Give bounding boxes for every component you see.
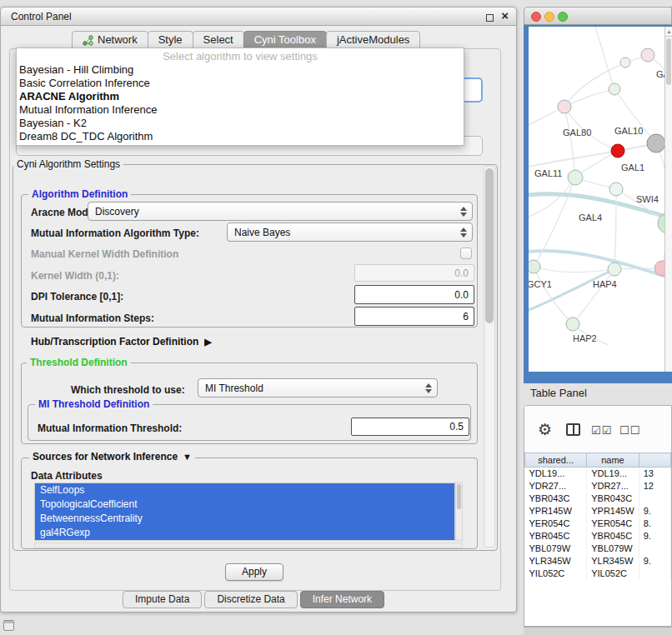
tab-label: jActiveModules (337, 32, 409, 48)
network-node-label: GAL1 (621, 162, 644, 172)
collapsed-panel-icon[interactable] (3, 620, 14, 631)
select-none-icon[interactable]: ☐☐ (619, 424, 640, 437)
menu-placeholder: Select algorithm to view settings (17, 50, 464, 63)
column-header[interactable]: shared... (525, 453, 587, 468)
hub-section-toggle[interactable]: Hub/Transcription Factor Definition ▶ (31, 336, 212, 348)
control-panel-window: Control Panel × Network Style Select Cyn… (0, 7, 517, 612)
settings-scrollbar[interactable] (484, 166, 495, 548)
mi-type-select[interactable]: Naive Bayes (227, 222, 473, 242)
algorithm-menu-item[interactable]: Basic Correlation Inference (17, 77, 464, 90)
scrollbar-thumb[interactable] (485, 168, 494, 323)
tab-discretize-data[interactable]: Discretize Data (204, 591, 297, 608)
kernel-width-field[interactable] (354, 264, 474, 282)
algorithm-menu-item[interactable]: Mutual Information Inference (17, 103, 464, 117)
network-node[interactable] (647, 134, 664, 152)
network-icon (83, 35, 93, 46)
network-node-label: HAP4 (593, 279, 617, 289)
network-node-label: GAL80 (563, 128, 591, 138)
table-header-row: shared... name (525, 453, 671, 468)
group-title: Cyni Algorithm Settings (13, 158, 123, 170)
table-body: YDL19...YDL19...13YDR27...YDR27...12YBR0… (525, 468, 671, 580)
network-graph[interactable]: GAL80GAL10GAL11GAL1SWI4GAL4GCY1HAP4HAP2G… (529, 27, 664, 372)
group-title: Threshold Definition (27, 357, 131, 368)
tab-jactivemodules[interactable]: jActiveModules (326, 31, 420, 49)
table-row[interactable]: YBR045CYBR045C9. (525, 530, 671, 542)
tab-label: Cyni Toolbox (254, 32, 316, 48)
dpi-tolerance-label: DPI Tolerance [0,1]: (31, 291, 123, 302)
network-node[interactable] (611, 144, 624, 158)
combo-value: MI Threshold (205, 382, 263, 394)
control-panel-titlebar[interactable]: Control Panel × (1, 8, 516, 26)
minimize-traffic-light-icon[interactable] (544, 12, 554, 22)
network-node[interactable] (529, 260, 540, 273)
gear-icon[interactable]: ⚙ (538, 420, 552, 439)
network-node-label: SWI4 (636, 194, 659, 204)
network-scrollbar[interactable]: ▲ (664, 27, 672, 372)
kernel-width-label: Kernel Width (0,1): (31, 270, 119, 282)
tab-network[interactable]: Network (72, 31, 148, 49)
attribute-list-scrollbar[interactable] (455, 482, 463, 541)
algorithm-menu-item[interactable]: Dream8 DC_TDC Algorithm (17, 130, 464, 143)
data-attribute-item[interactable]: gal4RGexp (35, 526, 454, 540)
table-row[interactable]: YIL052CYIL052C (525, 568, 671, 580)
table-row[interactable]: YLR345WYLR345W9. (525, 555, 671, 568)
algorithm-menu-item[interactable]: Bayesian - Hill Climbing (17, 63, 464, 77)
combo-value: Discovery (95, 206, 139, 218)
network-window-titlebar[interactable] (524, 7, 672, 25)
network-node[interactable] (609, 83, 620, 95)
attribute-list-hscrollbar[interactable] (34, 542, 463, 548)
close-traffic-light-icon[interactable] (531, 12, 541, 22)
scrollbar-thumb[interactable] (666, 38, 671, 85)
data-attribute-item[interactable]: BetweennessCentrality (35, 512, 454, 526)
table-row[interactable]: YER054CYER054C8. (525, 518, 671, 530)
algorithm-menu-item[interactable]: ARACNE Algorithm (17, 90, 464, 103)
select-all-icon[interactable]: ☑☑ (591, 424, 612, 437)
zoom-traffic-light-icon[interactable] (558, 12, 568, 22)
network-node[interactable] (620, 58, 630, 68)
collapse-arrow-icon[interactable]: ▼ (183, 452, 192, 462)
tab-cyni-toolbox[interactable]: Cyni Toolbox (243, 31, 327, 49)
manual-kernel-checkbox[interactable] (460, 248, 472, 259)
mi-steps-label: Mutual Information Steps: (31, 312, 154, 324)
algorithm-menu-item[interactable]: Bayesian - K2 (17, 117, 464, 130)
data-attribute-item[interactable]: SelfLoops (35, 483, 454, 498)
expand-arrow-icon[interactable]: ▶ (204, 337, 211, 348)
network-canvas[interactable]: GAL80GAL10GAL11GAL1SWI4GAL4GCY1HAP4HAP2G… (529, 27, 664, 372)
tab-impute-data[interactable]: Impute Data (123, 591, 202, 608)
column-header[interactable] (639, 453, 670, 468)
network-node[interactable] (609, 182, 623, 196)
data-attribute-item[interactable]: TopologicalCoefficient (35, 498, 454, 512)
column-header[interactable]: name (587, 453, 639, 468)
tab-infer-network[interactable]: Infer Network (300, 591, 384, 608)
which-threshold-select[interactable]: MI Threshold (198, 378, 438, 398)
scroll-up-icon[interactable]: ▲ (665, 27, 672, 37)
table-row[interactable]: YBR043CYBR043C (525, 492, 671, 505)
bottom-panel-edge (524, 627, 672, 635)
network-node[interactable] (566, 318, 579, 331)
tab-select[interactable]: Select (193, 31, 244, 49)
data-attributes-list[interactable]: SelfLoopsTopologicalCoefficientBetweenne… (34, 482, 455, 541)
table-row[interactable]: YDL19...YDL19...13 (525, 468, 671, 480)
table-row[interactable]: YDR27...YDR27...12 (525, 480, 671, 492)
network-node[interactable] (558, 100, 571, 113)
network-node[interactable] (608, 262, 621, 276)
apply-button[interactable]: Apply (225, 563, 283, 581)
node-table: shared... name YDL19...YDL19...13YDR27..… (524, 452, 671, 580)
close-icon[interactable]: × (501, 9, 509, 22)
dpi-tolerance-field[interactable] (354, 285, 474, 304)
window-title: Control Panel (11, 11, 72, 22)
table-row[interactable]: YPR145WYPR145W9. (525, 505, 671, 518)
scrollbar-thumb[interactable] (457, 484, 461, 509)
network-node[interactable] (568, 170, 583, 185)
group-title: MI Threshold Definition (35, 398, 153, 410)
sources-section-toggle[interactable]: Sources for Network Inference ▼ (29, 451, 195, 462)
restore-icon[interactable] (486, 12, 494, 24)
tab-style[interactable]: Style (148, 31, 193, 49)
mi-steps-field[interactable] (354, 307, 474, 326)
aracne-mode-select[interactable]: Discovery (88, 202, 473, 221)
table-row[interactable]: YBL079WYBL079W (525, 542, 671, 555)
mi-threshold-field[interactable] (351, 418, 469, 436)
network-node[interactable] (641, 48, 654, 62)
columns-icon[interactable] (566, 423, 580, 436)
control-panel-tabs: Network Style Select Cyni Toolbox jActiv… (73, 31, 420, 49)
